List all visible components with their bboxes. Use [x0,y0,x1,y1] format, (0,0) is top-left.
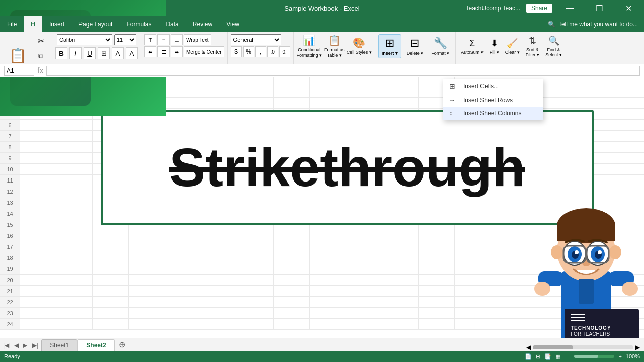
cell-row22-col2[interactable] [93,297,129,308]
cell-row21-col2[interactable] [93,286,129,297]
underline-button[interactable]: U [84,47,96,59]
cell-row6-col0[interactable] [20,120,56,131]
cell-row8-col1[interactable] [56,142,93,153]
zoom-slider[interactable] [574,355,614,358]
cell-row10-col0[interactable] [20,164,56,175]
cell-row6-col1[interactable] [56,120,93,131]
cell-row4-col6[interactable] [237,98,274,109]
cell-row19-col0[interactable] [20,263,56,275]
cell-row4-col5[interactable] [201,98,237,109]
cell-row17-col3[interactable] [129,241,165,252]
minimize-button[interactable]: — [558,0,582,16]
cell-row20-col11[interactable] [419,275,455,286]
format-as-table-button[interactable]: 📋 Format asTable ▾ [324,34,345,58]
cell-row17-col10[interactable] [382,241,419,252]
cell-row9-col0[interactable] [20,153,56,164]
cell-row24-col11[interactable] [419,319,455,330]
cell-row21-col7[interactable] [274,286,310,297]
cell-row20-col10[interactable] [382,275,419,286]
cell-row11-col1[interactable] [56,175,93,186]
cell-row22-col10[interactable] [382,297,419,308]
cell-row17-col2[interactable] [93,241,129,252]
cell-row3-col5[interactable] [201,86,237,98]
cell-row17-col8[interactable] [310,241,346,252]
name-box[interactable] [4,66,34,76]
cell-row17-col7[interactable] [274,241,310,252]
cell-row24-col1[interactable] [56,319,93,330]
cell-row18-col5[interactable] [201,252,237,263]
add-sheet-button[interactable]: ⊕ [115,338,129,351]
cell-row22-col12[interactable] [455,297,491,308]
cell-row18-col7[interactable] [274,252,310,263]
cell-row20-col12[interactable] [455,275,491,286]
tab-formulas[interactable]: Formulas [119,16,158,32]
cell-row4-col9[interactable] [346,98,382,109]
view-layout-button[interactable]: 📑 [544,353,551,360]
cell-row14-col0[interactable] [20,208,56,219]
cell-row18-col4[interactable] [165,252,201,263]
cell-row22-col4[interactable] [165,297,201,308]
cell-row23-col7[interactable] [274,308,310,319]
cell-row23-col5[interactable] [201,308,237,319]
cell-row20-col1[interactable] [56,275,93,286]
cell-row23-col10[interactable] [382,308,419,319]
conditional-formatting-button[interactable]: 📊 ConditionalFormatting ▾ [297,34,323,58]
cell-row7-col1[interactable] [56,131,93,142]
decrease-decimal-button[interactable]: 0. [279,46,290,57]
cell-row24-col2[interactable] [93,319,129,330]
cell-row12-col0[interactable] [20,186,56,197]
align-middle-button[interactable]: ≡ [157,34,170,45]
cell-row16-col1[interactable] [56,230,93,241]
format-cells-button[interactable]: 🔧 Format ▾ [428,35,452,58]
paste-button[interactable]: 📋 [5,45,31,66]
tell-me-box[interactable]: 🔍 Tell me what you want to do... [542,16,644,32]
cell-row21-col9[interactable] [346,286,382,297]
cell-row18-col9[interactable] [346,252,382,263]
find-select-button[interactable]: 🔍 Find &Select ▾ [543,34,564,58]
cell-row24-col0[interactable] [20,319,56,330]
comma-button[interactable]: , [255,46,266,57]
cell-row19-col12[interactable] [455,263,491,275]
cell-row8-col0[interactable] [20,142,56,153]
cell-row23-col1[interactable] [56,308,93,319]
cell-row19-col10[interactable] [382,263,419,275]
cell-row4-col10[interactable] [382,98,419,109]
cell-row22-col1[interactable] [56,297,93,308]
cell-row18-col0[interactable] [20,252,56,263]
cell-row18-col6[interactable] [237,252,274,263]
cell-row16-col10[interactable] [382,230,419,241]
cell-row22-col0[interactable] [20,297,56,308]
cell-row20-col8[interactable] [310,275,346,286]
bold-button[interactable]: B [55,47,67,59]
view-normal-button[interactable]: ⊞ [536,353,540,360]
cell-row23-col4[interactable] [165,308,201,319]
align-bottom-button[interactable]: ⊥ [171,34,183,45]
cell-row22-col8[interactable] [310,297,346,308]
cell-row14-col1[interactable] [56,208,93,219]
cell-row18-col11[interactable] [419,252,455,263]
cell-row7-col0[interactable] [20,131,56,142]
cell-row13-col0[interactable] [20,197,56,208]
border-button[interactable]: ⊞ [98,47,110,59]
delete-cells-button[interactable]: ⊟ Delete ▾ [404,35,427,58]
cell-row19-col7[interactable] [274,263,310,275]
cell-row16-col12[interactable] [455,230,491,241]
cell-row19-col3[interactable] [129,263,165,275]
cell-row3-col6[interactable] [237,86,274,98]
cell-row19-col5[interactable] [201,263,237,275]
cell-row23-col8[interactable] [310,308,346,319]
sheet-nav-right-last[interactable]: ▶| [29,340,41,351]
cut-button[interactable]: ✂ [33,34,49,48]
copy-button[interactable]: ⧉ [33,50,49,62]
cell-row10-col1[interactable] [56,164,93,175]
align-right-button[interactable]: ➡ [171,46,183,57]
align-center-button[interactable]: ☰ [157,46,170,57]
cell-row3-col8[interactable] [310,86,346,98]
number-format-select[interactable]: General [231,34,281,45]
cell-row19-col8[interactable] [310,263,346,275]
cell-row20-col3[interactable] [129,275,165,286]
cell-row16-col5[interactable] [201,230,237,241]
cell-row15-col0[interactable] [20,219,56,230]
cell-row16-col3[interactable] [129,230,165,241]
cell-row21-col10[interactable] [382,286,419,297]
